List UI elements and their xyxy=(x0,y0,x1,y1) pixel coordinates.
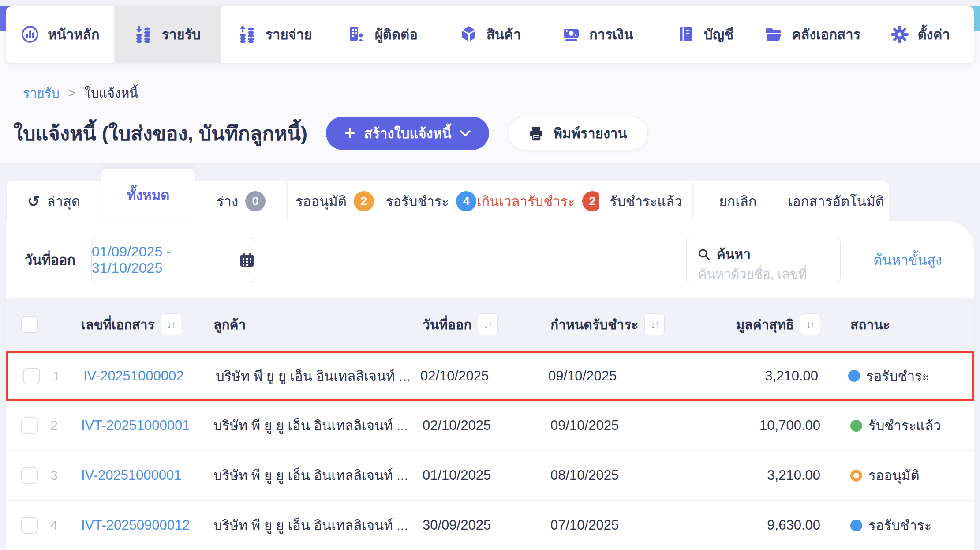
tab-draft[interactable]: ร่าง 0 xyxy=(195,181,288,221)
nav-item-accounting[interactable]: บัญชี xyxy=(651,6,759,63)
search-box[interactable]: ค้นหา xyxy=(686,237,841,283)
nav-label: การเงิน xyxy=(589,23,633,45)
row-number: 1 xyxy=(52,369,83,384)
row-checkbox[interactable] xyxy=(21,417,38,434)
filter-bar: วันที่ออก 01/09/2025 - 31/10/2025 ค้นหา … xyxy=(6,221,974,298)
documents-icon xyxy=(764,25,784,44)
due-date: 07/10/2025 xyxy=(550,517,696,533)
due-date: 09/10/2025 xyxy=(548,368,694,384)
tab-latest[interactable]: ↺ ล่าสุด xyxy=(6,181,101,221)
chevron-down-icon xyxy=(460,130,471,137)
dashboard-icon xyxy=(20,25,40,44)
issue-date: 02/10/2025 xyxy=(423,418,550,433)
document-link[interactable]: IVT-20251000001 xyxy=(81,418,190,433)
history-icon: ↺ xyxy=(27,194,40,209)
tab-auto-documents[interactable]: เอกสารอัตโนมัติ xyxy=(783,181,889,221)
nav-label: รายจ่าย xyxy=(265,23,312,45)
finance-icon xyxy=(562,25,581,44)
select-all-checkbox[interactable] xyxy=(21,316,38,333)
breadcrumb-current: ใบแจ้งหนี้ xyxy=(85,83,138,103)
search-input[interactable] xyxy=(697,264,830,282)
tab-paid[interactable]: รับชำระแล้ว xyxy=(599,181,693,221)
nav-label: รายรับ xyxy=(161,23,201,45)
issue-date: 30/09/2025 xyxy=(423,517,550,533)
print-report-button[interactable]: พิมพ์รายงาน xyxy=(508,117,647,150)
main-navigation: หน้าหลัก รายรับ รายจ่าย ผู้ติดต่อ สินค้า xyxy=(6,6,974,63)
row-number: 2 xyxy=(50,418,81,433)
nav-item-documents[interactable]: คลังเอกสาร xyxy=(759,6,866,63)
date-range-input[interactable]: 01/09/2025 - 31/10/2025 xyxy=(91,237,255,283)
tab-overdue[interactable]: เกินเวลารับชำระ 2 xyxy=(480,181,599,221)
nav-item-settings[interactable]: ตั้งค่า xyxy=(866,6,974,63)
expense-icon xyxy=(238,25,257,44)
tab-all[interactable]: ทั้งหมด xyxy=(101,169,195,221)
document-link[interactable]: IVT-20250900012 xyxy=(81,517,190,533)
document-link[interactable]: IV-20251000001 xyxy=(81,467,182,483)
nav-label: คลังเอกสาร xyxy=(792,23,860,45)
settings-icon xyxy=(890,25,909,44)
col-status: สถานะ xyxy=(842,314,974,335)
col-due-date: กำหนดรับชำระ ↓↑ xyxy=(550,313,696,335)
due-date: 09/10/2025 xyxy=(550,418,696,433)
status-cell: รับชำระแล้ว xyxy=(842,414,974,437)
table-row[interactable]: 4 IVT-20250900012 บริษัท พี ยู ยู เอ็น อ… xyxy=(6,501,974,550)
breadcrumb: รายรับ > ใบแจ้งหนี้ xyxy=(0,63,980,103)
search-area: ค้นหา ค้นหาขั้นสูง xyxy=(686,237,961,283)
row-checkbox[interactable] xyxy=(21,517,38,534)
status-cell: รอรับชำระ xyxy=(839,365,972,387)
customer-name: บริษัท พี ยู ยู เอ็น อินเทลลิเจนท์ ... xyxy=(213,464,423,486)
tab-awaiting-approval[interactable]: รออนุมัติ 2 xyxy=(288,181,382,221)
col-doc-no: เลขที่เอกสาร ↓↑ xyxy=(81,313,213,335)
nav-item-contacts[interactable]: ผู้ติดต่อ xyxy=(329,6,436,63)
row-checkbox[interactable] xyxy=(21,467,38,484)
nav-item-income[interactable]: รายรับ xyxy=(114,6,221,63)
sort-due-date-button[interactable]: ↓↑ xyxy=(644,313,665,335)
document-link[interactable]: IV-20251000002 xyxy=(83,368,184,384)
tab-cancelled[interactable]: ยกเลิก xyxy=(693,181,783,221)
draft-count-badge: 0 xyxy=(245,191,266,211)
create-invoice-button[interactable]: + สร้างใบแจ้งหนี้ xyxy=(326,117,489,150)
breadcrumb-parent-link[interactable]: รายรับ xyxy=(23,83,60,103)
col-issue-date: วันที่ออก ↓↑ xyxy=(423,313,550,335)
table-row[interactable]: 1 IV-20251000002 บริษัท พี ยู ยู เอ็น อิ… xyxy=(6,351,974,401)
net-amount: 10,700.00 xyxy=(696,418,842,433)
select-all-cell xyxy=(6,316,50,333)
status-label: รอรับชำระ xyxy=(868,514,931,536)
table-row[interactable]: 2 IVT-20251000001 บริษัท พี ยู ยู เอ็น อ… xyxy=(6,401,974,451)
printer-icon xyxy=(528,125,544,141)
tab-awaiting-payment[interactable]: รอรับชำระ 4 xyxy=(382,181,480,221)
status-cell: รออนุมัติ xyxy=(842,464,974,486)
row-checkbox[interactable] xyxy=(23,368,40,384)
nav-item-products[interactable]: สินค้า xyxy=(436,6,544,63)
row-number: 4 xyxy=(50,518,81,533)
products-icon xyxy=(459,25,479,44)
net-amount: 3,210.00 xyxy=(694,368,839,384)
nav-item-expenses[interactable]: รายจ่าย xyxy=(221,6,329,63)
customer-name: บริษัท พี ยู ยู เอ็น อินเทลลิเจนท์ ... xyxy=(213,414,423,437)
page-title: ใบแจ้งหนี้ (ใบส่งของ, บันทึกลูกหนี้) xyxy=(13,117,307,149)
sort-amount-button[interactable]: ↓↑ xyxy=(800,313,820,335)
issue-date: 02/10/2025 xyxy=(420,368,548,384)
nav-label: บัญชี xyxy=(704,23,733,45)
nav-item-finance[interactable]: การเงิน xyxy=(544,6,651,63)
status-dot-icon xyxy=(850,420,862,432)
awaiting-approval-count-badge: 2 xyxy=(354,191,374,211)
col-amount: มูลค่าสุทธิ ↓↑ xyxy=(696,313,842,335)
row-number: 3 xyxy=(50,468,81,483)
sort-doc-no-button[interactable]: ↓↑ xyxy=(161,313,181,335)
table-row[interactable]: 3 IV-20251000001 บริษัท พี ยู ยู เอ็น อิ… xyxy=(6,451,974,501)
sort-issue-date-button[interactable]: ↓↑ xyxy=(478,313,498,335)
invoice-list-panel: วันที่ออก 01/09/2025 - 31/10/2025 ค้นหา … xyxy=(6,221,974,550)
search-header: ค้นหา xyxy=(697,244,830,264)
status-tabs: ↺ ล่าสุด ทั้งหมด ร่าง 0 รออนุมัติ 2 รอรั… xyxy=(0,163,980,221)
income-icon xyxy=(134,25,153,44)
date-filter-label: วันที่ออก xyxy=(25,249,75,271)
net-amount: 9,630.00 xyxy=(696,517,842,533)
calendar-icon xyxy=(239,252,255,268)
table-header-row: เลขที่เอกสาร ↓↑ ลูกค้า วันที่ออก ↓↑ กำหน… xyxy=(6,298,974,351)
nav-label: สินค้า xyxy=(486,23,521,45)
nav-item-home[interactable]: หน้าหลัก xyxy=(6,6,114,63)
advanced-search-link[interactable]: ค้นหาขั้นสูง xyxy=(873,249,942,271)
nav-label: ผู้ติดต่อ xyxy=(375,23,418,45)
nav-label: หน้าหลัก xyxy=(48,23,99,45)
